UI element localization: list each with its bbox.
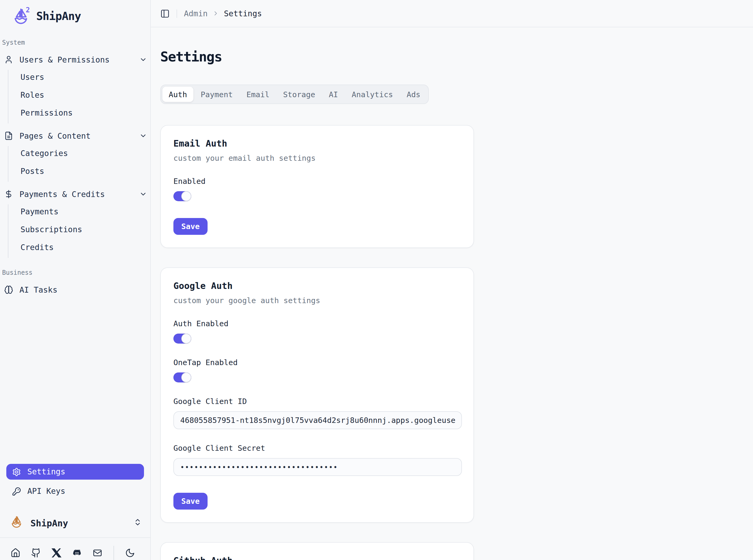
settings-tabs: AuthPaymentEmailStorageAIAnalyticsAds: [160, 85, 429, 104]
github-icon[interactable]: [31, 548, 41, 558]
team-name: ShipAny: [31, 518, 68, 528]
sidebar-subitem-credits[interactable]: Credits: [20, 240, 150, 254]
field-label-auth-enabled: Auth Enabled: [173, 319, 461, 328]
card-google-auth: Google Authcustom your google auth setti…: [160, 267, 474, 523]
app-logo: 2 ShipAny: [0, 0, 150, 28]
switch-auth-enabled[interactable]: [173, 334, 191, 344]
chevron-down-icon: [139, 190, 147, 200]
sidebar-group-label-system: System: [0, 39, 150, 46]
switch-onetap-enabled[interactable]: [173, 373, 191, 382]
sailboat-icon: 2: [12, 7, 31, 26]
card-title: Email Auth: [173, 138, 461, 149]
brain-icon: [4, 285, 13, 294]
breadcrumb-admin[interactable]: Admin: [184, 9, 207, 18]
field-google-client-id: Google Client ID: [173, 397, 461, 429]
card-description: custom your email auth settings: [173, 154, 461, 162]
main-area: Admin Settings Settings AuthPaymentEmail…: [151, 0, 753, 560]
field-label-enabled: Enabled: [173, 177, 461, 185]
app-window: 2 ShipAny SystemUsers & PermissionsUsers…: [0, 0, 753, 560]
switch-thumb: [182, 334, 191, 343]
sidebar-subitem-subscriptions[interactable]: Subscriptions: [20, 222, 150, 236]
switch-thumb: [182, 373, 191, 382]
sidebar-item-payments-credits[interactable]: Payments & Credits: [0, 187, 150, 201]
file-text-icon: [4, 131, 13, 140]
card-email-auth: Email Authcustom your email auth setting…: [160, 125, 474, 248]
moon-icon[interactable]: [125, 548, 135, 558]
switch-thumb: [182, 192, 191, 201]
breadcrumb-current: Settings: [224, 9, 262, 18]
tab-analytics[interactable]: Analytics: [345, 87, 399, 102]
social-divider: [114, 546, 114, 560]
team-switcher[interactable]: ShipAny: [0, 508, 150, 537]
sidebar-item-pages-content[interactable]: Pages & Content: [0, 129, 150, 143]
sidebar-item-settings[interactable]: Settings: [6, 464, 144, 480]
sidebar-subgroup-payments-credits: PaymentsSubscriptionsCredits: [8, 204, 150, 258]
input-google-client-id[interactable]: [173, 411, 462, 429]
input-google-client-secret[interactable]: [173, 458, 462, 476]
sidebar-subgroup-pages-content: CategoriesPosts: [8, 146, 150, 182]
key-icon: [12, 487, 21, 496]
sidebar-toggle-button[interactable]: [160, 9, 170, 18]
gear-icon: [12, 467, 21, 476]
field-auth-enabled: Auth Enabled: [173, 319, 461, 344]
topbar: Admin Settings: [151, 0, 753, 27]
card-github-auth: Github Authcustom your github auth setti…: [160, 542, 474, 560]
sidebar-subitem-users[interactable]: Users: [20, 70, 150, 84]
svg-text:2: 2: [26, 7, 30, 14]
x-icon[interactable]: [52, 548, 61, 558]
sidebar-item-api-keys[interactable]: API Keys: [6, 483, 144, 499]
discord-icon[interactable]: [72, 548, 82, 558]
tab-payment[interactable]: Payment: [194, 87, 239, 102]
tab-email[interactable]: Email: [240, 87, 276, 102]
field-label-onetap-enabled: OneTap Enabled: [173, 358, 461, 367]
dollar-icon: [4, 189, 13, 199]
sidebar-subitem-categories[interactable]: Categories: [20, 146, 150, 160]
sidebar-subitem-permissions[interactable]: Permissions: [20, 105, 150, 120]
sidebar-item-label: Settings: [27, 467, 65, 477]
chevron-down-icon: [139, 132, 147, 142]
app-name: ShipAny: [36, 10, 81, 23]
topbar-divider: [177, 9, 177, 18]
tab-storage[interactable]: Storage: [277, 87, 321, 102]
tab-ai[interactable]: AI: [323, 87, 344, 102]
page-title: Settings: [160, 49, 753, 65]
field-google-client-secret: Google Client Secret: [173, 444, 461, 476]
sidebar-group-label-business: Business: [0, 269, 150, 276]
field-onetap-enabled: OneTap Enabled: [173, 358, 461, 382]
content-scroll-area[interactable]: Settings AuthPaymentEmailStorageAIAnalyt…: [151, 27, 753, 560]
sidebar-item-label: Payments & Credits: [19, 189, 105, 199]
sidebar-subitem-posts[interactable]: Posts: [20, 164, 150, 178]
field-label-google-client-id: Google Client ID: [173, 397, 461, 405]
save-button[interactable]: Save: [173, 493, 207, 509]
sidebar: 2 ShipAny SystemUsers & PermissionsUsers…: [0, 0, 151, 560]
sidebar-item-label: AI Tasks: [19, 285, 58, 295]
field-label-google-client-secret: Google Client Secret: [173, 444, 461, 452]
chevron-down-icon: [139, 56, 147, 66]
tab-auth[interactable]: Auth: [162, 87, 193, 102]
sidebar-subitem-roles[interactable]: Roles: [20, 88, 150, 102]
sidebar-subgroup-users-permissions: UsersRolesPermissions: [8, 70, 150, 123]
social-links-row: [0, 538, 150, 560]
tab-ads[interactable]: Ads: [400, 87, 427, 102]
sidebar-subitem-payments[interactable]: Payments: [20, 204, 150, 219]
card-title: Github Auth: [173, 555, 461, 560]
card-description: custom your google auth settings: [173, 296, 461, 305]
field-enabled: Enabled: [173, 177, 461, 201]
sidebar-item-label: Users & Permissions: [19, 55, 110, 64]
chevron-right-icon: [212, 10, 219, 17]
mail-icon[interactable]: [93, 548, 102, 558]
sailboat-icon: [9, 515, 24, 531]
sidebar-item-ai-tasks[interactable]: AI Tasks: [0, 283, 150, 297]
save-button[interactable]: Save: [173, 218, 207, 235]
sidebar-item-label: API Keys: [27, 486, 65, 496]
sidebar-nav: SystemUsers & PermissionsUsersRolesPermi…: [0, 28, 150, 300]
home-icon[interactable]: [11, 548, 20, 558]
settings-cards: Email Authcustom your email auth setting…: [160, 125, 753, 560]
sidebar-bottom-nav: SettingsAPI Keys: [0, 464, 150, 503]
sidebar-item-users-permissions[interactable]: Users & Permissions: [0, 53, 150, 67]
user-icon: [4, 55, 13, 64]
breadcrumb: Admin Settings: [184, 9, 262, 18]
switch-enabled[interactable]: [173, 191, 191, 201]
card-title: Google Auth: [173, 281, 461, 291]
sidebar-item-label: Pages & Content: [19, 131, 91, 141]
